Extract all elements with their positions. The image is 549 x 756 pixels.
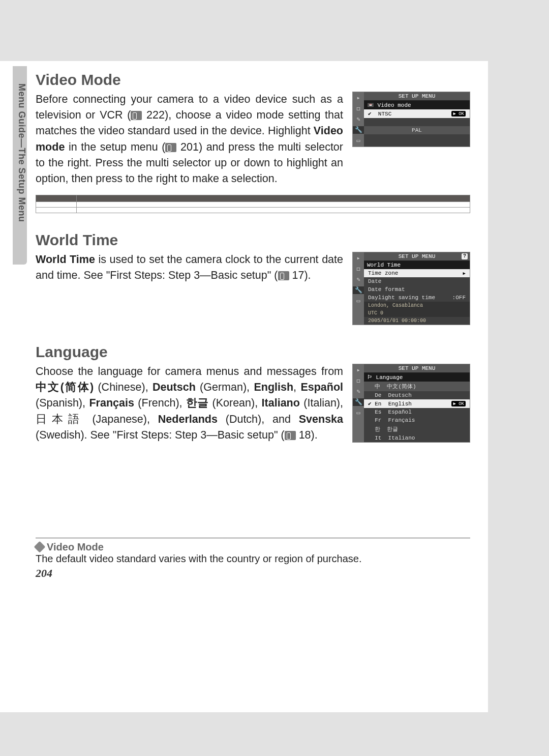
text-bold: Español — [300, 381, 343, 393]
table-row — [36, 208, 470, 213]
text-fragment: (Chinese), — [94, 381, 152, 393]
card-icon: ▭ — [356, 297, 360, 305]
text-fragment: , — [293, 381, 300, 393]
pencil-icon — [34, 541, 46, 553]
lcd-side-icons: ▸ ◻ ✎ 🔧 ▭ — [353, 252, 364, 325]
video-mode-paragraph: Before connecting your camera to a video… — [36, 92, 343, 187]
table-row — [36, 202, 470, 208]
page-ref-icon — [285, 431, 296, 440]
note-title: Video Mode — [36, 541, 470, 553]
lcd-lang-row: 中 中文(简体) — [364, 382, 470, 391]
text-bold: Deutsch — [152, 381, 196, 393]
page-number: 204 — [36, 567, 470, 580]
lcd-preview-language: ▸ ◻ ✎ 🔧 ▭ SET UP MENU 🏳 Language 中 中文(简体… — [352, 364, 470, 443]
lcd-spacer — [364, 118, 470, 126]
lcd-row-timezone: Time zone▶ — [364, 269, 470, 277]
lcd-footer-city: London, Casablanca — [364, 302, 470, 309]
lcd-title: SET UP MENU? — [364, 252, 470, 261]
lcd-footer-datetime: 2005/01/01 00:00:00 — [364, 317, 470, 325]
lcd-lang-row: It Italiano — [364, 434, 470, 442]
text-fragment: in the setup menu ( — [65, 141, 165, 153]
lcd-lang-row: Es Español — [364, 408, 470, 416]
lcd-lang-row: Fr Français — [364, 416, 470, 424]
table-header-description — [77, 195, 470, 202]
text-fragment: (Italian), — [300, 397, 343, 409]
pencil-icon: ✎ — [356, 388, 360, 395]
pencil-icon: ✎ — [356, 115, 360, 123]
pencil-icon: ✎ — [356, 276, 360, 283]
text-fragment: (Dutch), and — [218, 413, 299, 425]
text-fragment: (Spanish), — [36, 397, 89, 409]
text-fragment: Choose the language for camera menus and… — [36, 365, 343, 377]
lcd-spacer — [364, 134, 470, 142]
camera-icon: ◻ — [356, 105, 360, 112]
text-fragment: (Korean), — [208, 397, 262, 409]
text-fragment: (German), — [196, 381, 254, 393]
sidebar-section-label: Menu Guide—The Setup Menu — [13, 66, 27, 265]
page-ref-icon — [131, 111, 142, 120]
note-text: The default video standard varies with t… — [36, 553, 470, 565]
play-icon: ▸ — [356, 94, 360, 102]
lcd-subtitle: World Time — [364, 261, 470, 269]
lcd-option-pal: PAL — [364, 126, 470, 134]
lcd-preview-world-time: ▸ ◻ ✎ 🔧 ▭ SET UP MENU? World Time Time z… — [352, 252, 470, 325]
text-bold: Nederlands — [158, 413, 218, 425]
page-ref-icon — [278, 271, 289, 280]
lcd-subtitle: 🏳 Language — [364, 373, 470, 382]
table-cell-option — [36, 202, 77, 208]
text-bold: Svenska — [299, 413, 343, 425]
text-bold: 한글 — [186, 397, 208, 409]
lcd-lang-row: 한 한글 — [364, 424, 470, 434]
text-fragment: (Japanese), — [84, 413, 158, 425]
wrench-icon: 🔧 — [353, 126, 364, 134]
text-fragment: 日本語 — [36, 413, 84, 425]
text-fragment: (French), — [134, 397, 186, 409]
lcd-title: SET UP MENU — [364, 92, 470, 101]
text-bold: Français — [89, 397, 134, 409]
language-paragraph: Choose the language for camera menus and… — [36, 364, 343, 443]
text-bold: English — [254, 381, 293, 393]
lcd-option-ntsc: ✔ NTSC▶ OK — [364, 109, 470, 118]
world-time-paragraph: World Time is used to set the camera clo… — [36, 252, 343, 283]
camera-icon: ◻ — [356, 265, 360, 273]
lcd-preview-video-mode: ▸ ◻ ✎ 🔧 ▭ SET UP MENU 📼 Video mode ✔ NTS… — [352, 92, 470, 147]
note-box: Video Mode The default video standard va… — [36, 538, 470, 580]
lcd-row-date: Date — [364, 277, 470, 285]
text-bold: World Time — [36, 253, 95, 266]
page-ref-icon — [165, 143, 176, 152]
play-icon: ▸ — [356, 254, 360, 262]
text-fragment: 17). — [289, 269, 311, 281]
heading-world-time: World Time — [36, 231, 470, 249]
table-cell-description — [77, 208, 470, 213]
table-header-option — [36, 195, 77, 202]
lcd-title: SET UP MENU — [364, 364, 470, 373]
wrench-icon: 🔧 — [353, 286, 364, 294]
wrench-icon: 🔧 — [353, 398, 364, 406]
video-mode-options-table — [36, 195, 470, 213]
camera-icon: ◻ — [356, 377, 360, 385]
lcd-lang-row-selected: ✔ En English▶ OK — [364, 399, 470, 408]
heading-language: Language — [36, 343, 470, 361]
lcd-subtitle: 📼 Video mode — [364, 101, 470, 109]
lcd-footer-utc: UTC 0 — [364, 309, 470, 317]
card-icon: ▭ — [356, 137, 360, 144]
table-cell-description — [77, 202, 470, 208]
text-bold: Italiano — [262, 397, 300, 409]
lcd-side-icons: ▸ ◻ ✎ 🔧 ▭ — [353, 364, 364, 442]
lcd-side-icons: ▸ ◻ ✎ 🔧 ▭ — [353, 92, 364, 147]
table-cell-option — [36, 208, 77, 213]
card-icon: ▭ — [356, 409, 360, 417]
help-icon: ? — [462, 253, 468, 259]
lcd-row-dateformat: Date format — [364, 285, 470, 294]
heading-video-mode: Video Mode — [36, 71, 470, 89]
text-bold: 中文(简体) — [36, 381, 94, 393]
play-icon: ▸ — [356, 366, 360, 374]
lcd-row-dst: Daylight saving time:OFF — [364, 294, 470, 302]
lcd-lang-row: De Deutsch — [364, 391, 470, 399]
text-fragment: (Swedish). See "First Steps: Step 3—Basi… — [36, 429, 285, 441]
manual-page: 🔧 Menu Guide—The Setup Menu Video Mode B… — [0, 61, 488, 712]
text-fragment: 18). — [296, 429, 318, 441]
